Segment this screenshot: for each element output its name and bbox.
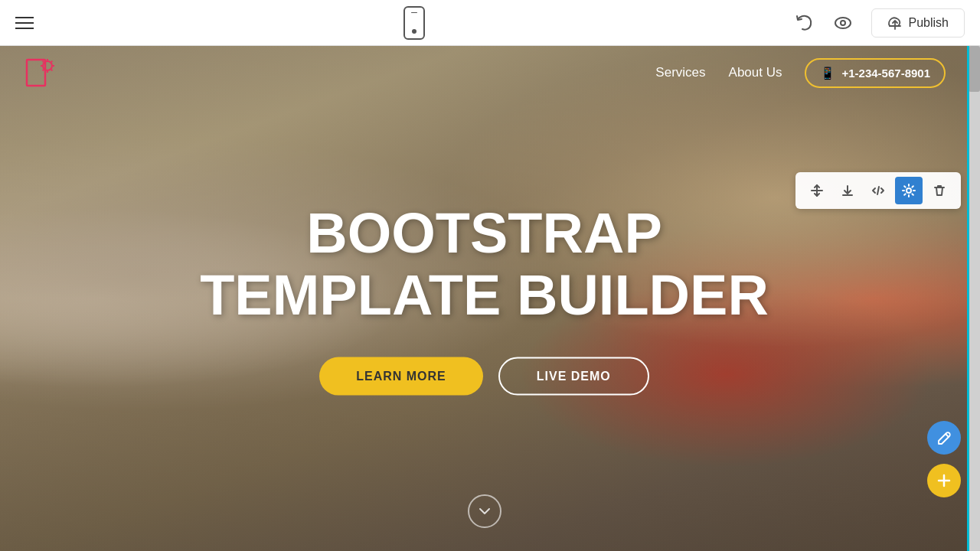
block-settings-button[interactable] xyxy=(895,177,923,204)
scrollbar-track[interactable] xyxy=(969,46,980,551)
add-fab-button[interactable] xyxy=(927,464,961,497)
block-move-button[interactable] xyxy=(803,177,831,204)
hero-title-line1: BOOTSTRAP xyxy=(306,201,662,265)
phone-cta-number: +1-234-567-8901 xyxy=(841,67,930,80)
top-toolbar: Publish xyxy=(0,0,980,46)
canvas-right-border xyxy=(967,46,969,551)
publish-button[interactable]: Publish xyxy=(871,8,965,37)
svg-point-12 xyxy=(906,188,911,193)
phone-cta-button[interactable]: 📱 +1-234-567-8901 xyxy=(805,58,946,88)
block-code-button[interactable] xyxy=(864,177,892,204)
block-delete-button[interactable] xyxy=(926,177,953,204)
svg-line-9 xyxy=(51,70,52,70)
live-demo-button[interactable]: LIVE DEMO xyxy=(498,357,649,395)
site-logo xyxy=(23,54,61,92)
site-navbar: Services About Us 📱 +1-234-567-8901 xyxy=(0,46,969,99)
learn-more-button[interactable]: LEARN MORE xyxy=(319,357,483,395)
hamburger-menu-button[interactable] xyxy=(15,17,34,29)
nav-link-services[interactable]: Services xyxy=(655,65,705,80)
block-toolbar xyxy=(795,172,961,209)
site-nav-links: Services About Us 📱 +1-234-567-8901 xyxy=(655,58,946,88)
fab-container xyxy=(927,421,961,497)
block-download-button[interactable] xyxy=(834,177,861,204)
nav-link-about-us[interactable]: About Us xyxy=(729,65,782,80)
preview-button[interactable] xyxy=(833,13,853,33)
undo-button[interactable] xyxy=(795,13,815,33)
svg-rect-2 xyxy=(27,60,45,86)
hero-title: BOOTSTRAP TEMPLATE BUILDER xyxy=(178,202,791,327)
mobile-preview-button[interactable] xyxy=(403,6,425,40)
phone-cta-icon: 📱 xyxy=(820,66,835,80)
scrollbar-thumb[interactable] xyxy=(969,46,980,92)
hero-title-line2: TEMPLATE BUILDER xyxy=(200,263,769,327)
svg-line-8 xyxy=(43,61,44,62)
svg-point-0 xyxy=(835,18,851,28)
svg-line-11 xyxy=(43,70,44,70)
edit-fab-button[interactable] xyxy=(927,421,961,455)
canvas-area: Services About Us 📱 +1-234-567-8901 BOOT… xyxy=(0,46,980,551)
hero-buttons: LEARN MORE LIVE DEMO xyxy=(178,357,791,395)
website-preview: Services About Us 📱 +1-234-567-8901 BOOT… xyxy=(0,46,969,551)
logo-icon xyxy=(23,54,61,92)
hero-section: Services About Us 📱 +1-234-567-8901 BOOT… xyxy=(0,46,969,551)
hero-content: BOOTSTRAP TEMPLATE BUILDER LEARN MORE LI… xyxy=(178,202,791,396)
scroll-down-button[interactable] xyxy=(468,494,501,528)
publish-label: Publish xyxy=(909,16,949,30)
svg-point-1 xyxy=(841,21,845,25)
svg-line-10 xyxy=(51,61,52,62)
